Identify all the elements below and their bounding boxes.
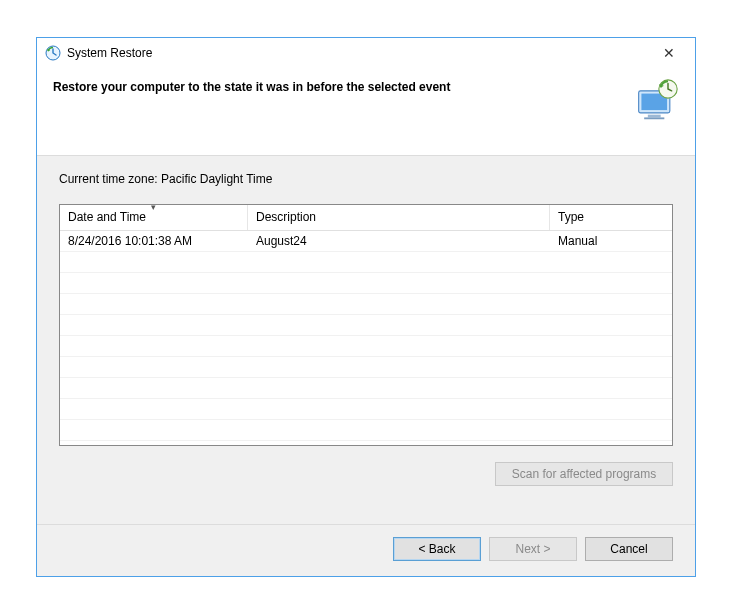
table-row [60, 357, 672, 378]
column-header-type[interactable]: Type [550, 205, 672, 230]
cell-type [550, 420, 672, 440]
table-row [60, 294, 672, 315]
cell-description: August24 [248, 231, 550, 251]
table-row [60, 378, 672, 399]
cell-type [550, 273, 672, 293]
column-label: Type [558, 210, 584, 224]
scan-affected-programs-button[interactable]: Scan for affected programs [495, 462, 673, 486]
table-row [60, 273, 672, 294]
page-heading: Restore your computer to the state it wa… [53, 76, 635, 94]
timezone-label: Current time zone: Pacific Daylight Time [59, 172, 673, 186]
cell-description [248, 399, 550, 419]
cell-date: 8/24/2016 10:01:38 AM [60, 231, 248, 251]
table-row [60, 315, 672, 336]
wizard-body: Current time zone: Pacific Daylight Time… [37, 156, 695, 524]
column-label: Description [256, 210, 316, 224]
list-header: ▾ Date and Time Description Type [60, 205, 672, 231]
restore-points-list[interactable]: ▾ Date and Time Description Type 8/24/20… [59, 204, 673, 446]
table-row[interactable]: 8/24/2016 10:01:38 AMAugust24Manual [60, 231, 672, 252]
close-button[interactable]: ✕ [649, 40, 689, 66]
sort-descending-icon: ▾ [151, 205, 156, 212]
cell-date [60, 294, 248, 314]
svg-rect-3 [648, 115, 661, 118]
titlebar: System Restore ✕ [37, 38, 695, 68]
cell-type [550, 399, 672, 419]
cell-type [550, 294, 672, 314]
list-body: 8/24/2016 10:01:38 AMAugust24Manual [60, 231, 672, 445]
cell-date [60, 357, 248, 377]
cell-description [248, 420, 550, 440]
cell-date [60, 378, 248, 398]
table-row [60, 252, 672, 273]
cancel-button[interactable]: Cancel [585, 537, 673, 561]
next-button[interactable]: Next > [489, 537, 577, 561]
back-button[interactable]: < Back [393, 537, 481, 561]
close-icon: ✕ [663, 46, 675, 60]
cell-description [248, 378, 550, 398]
column-label: Date and Time [68, 210, 146, 224]
cell-date [60, 420, 248, 440]
cell-description [248, 336, 550, 356]
cell-date [60, 336, 248, 356]
wizard-footer: < Back Next > Cancel [37, 524, 695, 576]
cell-description [248, 273, 550, 293]
cell-date [60, 315, 248, 335]
cell-date [60, 399, 248, 419]
table-row [60, 399, 672, 420]
window-title: System Restore [67, 46, 152, 60]
cell-description [248, 294, 550, 314]
column-header-description[interactable]: Description [248, 205, 550, 230]
system-restore-icon [45, 45, 61, 61]
restore-monitor-icon [635, 78, 679, 122]
cell-type [550, 378, 672, 398]
table-row [60, 336, 672, 357]
cell-type [550, 336, 672, 356]
cell-date [60, 252, 248, 272]
cell-type [550, 357, 672, 377]
cell-date [60, 273, 248, 293]
cell-type [550, 315, 672, 335]
cell-description [248, 252, 550, 272]
table-row [60, 420, 672, 441]
wizard-header: Restore your computer to the state it wa… [37, 68, 695, 156]
cell-type: Manual [550, 231, 672, 251]
system-restore-window: System Restore ✕ Restore your computer t… [36, 37, 696, 577]
cell-type [550, 252, 672, 272]
svg-rect-4 [644, 117, 664, 119]
cell-description [248, 315, 550, 335]
column-header-date[interactable]: ▾ Date and Time [60, 205, 248, 230]
cell-description [248, 357, 550, 377]
